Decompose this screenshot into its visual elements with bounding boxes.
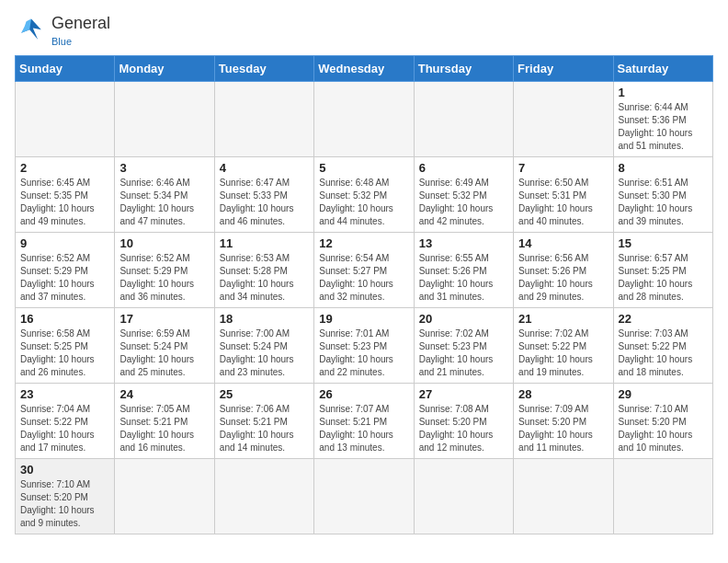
day-number: 22 bbox=[619, 312, 708, 326]
day-number: 25 bbox=[220, 387, 309, 401]
calendar-cell bbox=[414, 459, 513, 534]
calendar-cell: 19Sunrise: 7:01 AM Sunset: 5:23 PM Dayli… bbox=[314, 308, 414, 384]
calendar-cell: 30Sunrise: 7:10 AM Sunset: 5:20 PM Dayli… bbox=[16, 459, 115, 534]
calendar-week-row: 1Sunrise: 6:44 AM Sunset: 5:36 PM Daylig… bbox=[16, 82, 713, 157]
calendar-cell: 28Sunrise: 7:09 AM Sunset: 5:20 PM Dayli… bbox=[514, 384, 613, 459]
calendar-cell bbox=[314, 459, 414, 534]
calendar-cell: 15Sunrise: 6:57 AM Sunset: 5:25 PM Dayli… bbox=[613, 233, 712, 308]
day-info: Sunrise: 6:59 AM Sunset: 5:24 PM Dayligh… bbox=[119, 327, 209, 379]
day-number: 26 bbox=[319, 387, 408, 401]
calendar-cell: 16Sunrise: 6:58 AM Sunset: 5:25 PM Dayli… bbox=[16, 308, 115, 384]
weekday-header-tuesday: Tuesday bbox=[214, 56, 313, 82]
day-number: 14 bbox=[518, 236, 608, 250]
calendar-cell: 8Sunrise: 6:51 AM Sunset: 5:30 PM Daylig… bbox=[613, 157, 712, 233]
day-number: 10 bbox=[119, 236, 209, 250]
day-info: Sunrise: 7:08 AM Sunset: 5:20 PM Dayligh… bbox=[419, 403, 508, 454]
day-number: 11 bbox=[220, 236, 309, 250]
calendar-cell: 14Sunrise: 6:56 AM Sunset: 5:26 PM Dayli… bbox=[514, 233, 613, 308]
day-info: Sunrise: 6:52 AM Sunset: 5:29 PM Dayligh… bbox=[119, 252, 209, 304]
day-number: 9 bbox=[20, 236, 109, 250]
day-number: 28 bbox=[518, 387, 608, 401]
day-number: 7 bbox=[518, 161, 608, 175]
day-info: Sunrise: 6:51 AM Sunset: 5:30 PM Dayligh… bbox=[619, 177, 708, 228]
day-number: 5 bbox=[319, 161, 408, 175]
day-info: Sunrise: 7:02 AM Sunset: 5:23 PM Dayligh… bbox=[419, 327, 508, 379]
calendar-cell bbox=[514, 459, 613, 534]
calendar-cell: 3Sunrise: 6:46 AM Sunset: 5:34 PM Daylig… bbox=[115, 157, 214, 233]
calendar-cell: 22Sunrise: 7:03 AM Sunset: 5:22 PM Dayli… bbox=[613, 308, 712, 384]
calendar-cell: 18Sunrise: 7:00 AM Sunset: 5:24 PM Dayli… bbox=[214, 308, 313, 384]
calendar-cell: 4Sunrise: 6:47 AM Sunset: 5:33 PM Daylig… bbox=[214, 157, 313, 233]
calendar-week-row: 16Sunrise: 6:58 AM Sunset: 5:25 PM Dayli… bbox=[16, 308, 713, 384]
weekday-header-saturday: Saturday bbox=[613, 56, 712, 82]
day-number: 19 bbox=[319, 312, 408, 326]
day-number: 18 bbox=[220, 312, 309, 326]
calendar-cell: 6Sunrise: 6:49 AM Sunset: 5:32 PM Daylig… bbox=[414, 157, 513, 233]
calendar-cell: 29Sunrise: 7:10 AM Sunset: 5:20 PM Dayli… bbox=[613, 384, 712, 459]
weekday-header-friday: Friday bbox=[514, 56, 613, 82]
day-number: 12 bbox=[319, 236, 408, 250]
calendar-cell bbox=[115, 459, 214, 534]
calendar-cell: 20Sunrise: 7:02 AM Sunset: 5:23 PM Dayli… bbox=[414, 308, 513, 384]
calendar-cell: 13Sunrise: 6:55 AM Sunset: 5:26 PM Dayli… bbox=[414, 233, 513, 308]
day-info: Sunrise: 6:44 AM Sunset: 5:36 PM Dayligh… bbox=[619, 101, 708, 153]
day-info: Sunrise: 6:56 AM Sunset: 5:26 PM Dayligh… bbox=[518, 252, 608, 304]
day-info: Sunrise: 7:06 AM Sunset: 5:21 PM Dayligh… bbox=[220, 403, 309, 454]
day-info: Sunrise: 6:55 AM Sunset: 5:26 PM Dayligh… bbox=[419, 252, 508, 304]
day-number: 27 bbox=[419, 387, 508, 401]
day-number: 23 bbox=[20, 387, 109, 401]
day-number: 20 bbox=[419, 312, 508, 326]
day-number: 30 bbox=[20, 463, 109, 477]
calendar-cell: 26Sunrise: 7:07 AM Sunset: 5:21 PM Dayli… bbox=[314, 384, 414, 459]
day-info: Sunrise: 7:02 AM Sunset: 5:22 PM Dayligh… bbox=[518, 327, 608, 379]
weekday-header-sunday: Sunday bbox=[16, 56, 115, 82]
day-number: 21 bbox=[518, 312, 608, 326]
day-info: Sunrise: 7:00 AM Sunset: 5:24 PM Dayligh… bbox=[220, 327, 309, 379]
day-info: Sunrise: 7:04 AM Sunset: 5:22 PM Dayligh… bbox=[20, 403, 109, 454]
calendar-cell bbox=[613, 459, 712, 534]
day-number: 6 bbox=[419, 161, 508, 175]
day-info: Sunrise: 6:48 AM Sunset: 5:32 PM Dayligh… bbox=[319, 177, 408, 228]
day-info: Sunrise: 6:54 AM Sunset: 5:27 PM Dayligh… bbox=[319, 252, 408, 304]
weekday-header-wednesday: Wednesday bbox=[314, 56, 414, 82]
calendar-cell bbox=[514, 82, 613, 157]
calendar-cell: 7Sunrise: 6:50 AM Sunset: 5:31 PM Daylig… bbox=[514, 157, 613, 233]
calendar-cell: 10Sunrise: 6:52 AM Sunset: 5:29 PM Dayli… bbox=[115, 233, 214, 308]
day-info: Sunrise: 6:46 AM Sunset: 5:34 PM Dayligh… bbox=[119, 177, 209, 228]
calendar-cell: 24Sunrise: 7:05 AM Sunset: 5:21 PM Dayli… bbox=[115, 384, 214, 459]
day-info: Sunrise: 7:03 AM Sunset: 5:22 PM Dayligh… bbox=[619, 327, 708, 379]
day-number: 8 bbox=[619, 161, 708, 175]
day-info: Sunrise: 7:07 AM Sunset: 5:21 PM Dayligh… bbox=[319, 403, 408, 454]
day-info: Sunrise: 7:09 AM Sunset: 5:20 PM Dayligh… bbox=[518, 403, 608, 454]
calendar-cell bbox=[414, 82, 513, 157]
calendar-cell: 21Sunrise: 7:02 AM Sunset: 5:22 PM Dayli… bbox=[514, 308, 613, 384]
calendar-cell bbox=[115, 82, 214, 157]
day-number: 3 bbox=[119, 161, 209, 175]
calendar-cell: 12Sunrise: 6:54 AM Sunset: 5:27 PM Dayli… bbox=[314, 233, 414, 308]
svg-marker-1 bbox=[21, 19, 31, 33]
day-info: Sunrise: 7:10 AM Sunset: 5:20 PM Dayligh… bbox=[619, 403, 708, 454]
day-number: 4 bbox=[220, 161, 309, 175]
day-number: 16 bbox=[20, 312, 109, 326]
page-header: General Blue bbox=[15, 15, 713, 48]
calendar-cell: 9Sunrise: 6:52 AM Sunset: 5:29 PM Daylig… bbox=[16, 233, 115, 308]
day-info: Sunrise: 6:49 AM Sunset: 5:32 PM Dayligh… bbox=[419, 177, 508, 228]
calendar-cell: 27Sunrise: 7:08 AM Sunset: 5:20 PM Dayli… bbox=[414, 384, 513, 459]
day-number: 15 bbox=[619, 236, 708, 250]
day-info: Sunrise: 7:10 AM Sunset: 5:20 PM Dayligh… bbox=[20, 478, 109, 530]
day-number: 24 bbox=[119, 387, 209, 401]
day-info: Sunrise: 6:57 AM Sunset: 5:25 PM Dayligh… bbox=[619, 252, 708, 304]
calendar-cell: 5Sunrise: 6:48 AM Sunset: 5:32 PM Daylig… bbox=[314, 157, 414, 233]
calendar-week-row: 2Sunrise: 6:45 AM Sunset: 5:35 PM Daylig… bbox=[16, 157, 713, 233]
weekday-header-monday: Monday bbox=[115, 56, 214, 82]
logo: General Blue bbox=[15, 15, 110, 48]
calendar-cell: 25Sunrise: 7:06 AM Sunset: 5:21 PM Dayli… bbox=[214, 384, 313, 459]
calendar-cell: 17Sunrise: 6:59 AM Sunset: 5:24 PM Dayli… bbox=[115, 308, 214, 384]
calendar-cell bbox=[314, 82, 414, 157]
day-number: 29 bbox=[619, 387, 708, 401]
weekday-header-row: SundayMondayTuesdayWednesdayThursdayFrid… bbox=[16, 56, 713, 82]
day-number: 13 bbox=[419, 236, 508, 250]
day-info: Sunrise: 6:52 AM Sunset: 5:29 PM Dayligh… bbox=[20, 252, 109, 304]
calendar-cell: 11Sunrise: 6:53 AM Sunset: 5:28 PM Dayli… bbox=[214, 233, 313, 308]
calendar-table: SundayMondayTuesdayWednesdayThursdayFrid… bbox=[15, 55, 713, 534]
